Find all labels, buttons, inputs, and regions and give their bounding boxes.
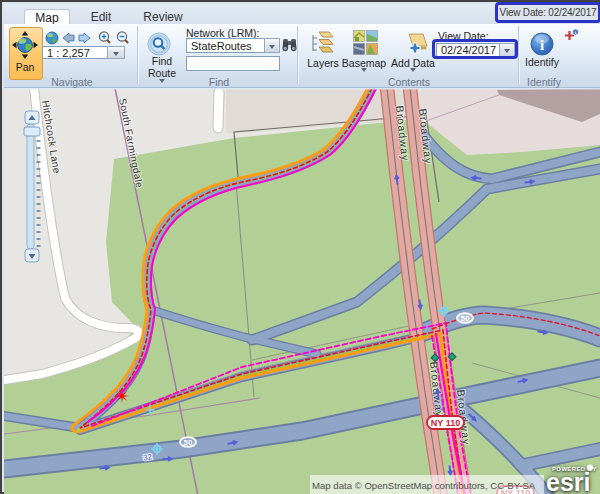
svg-text:Map data © OpenStreetMap contr: Map data © OpenStreetMap contributors, C…	[312, 480, 536, 491]
svg-text:NY 110: NY 110	[431, 418, 460, 428]
svg-text:50: 50	[461, 314, 470, 323]
svg-text:32: 32	[142, 451, 153, 463]
svg-text:esri: esri	[546, 468, 590, 494]
svg-text:i: i	[540, 37, 544, 53]
svg-text:50: 50	[184, 438, 193, 447]
